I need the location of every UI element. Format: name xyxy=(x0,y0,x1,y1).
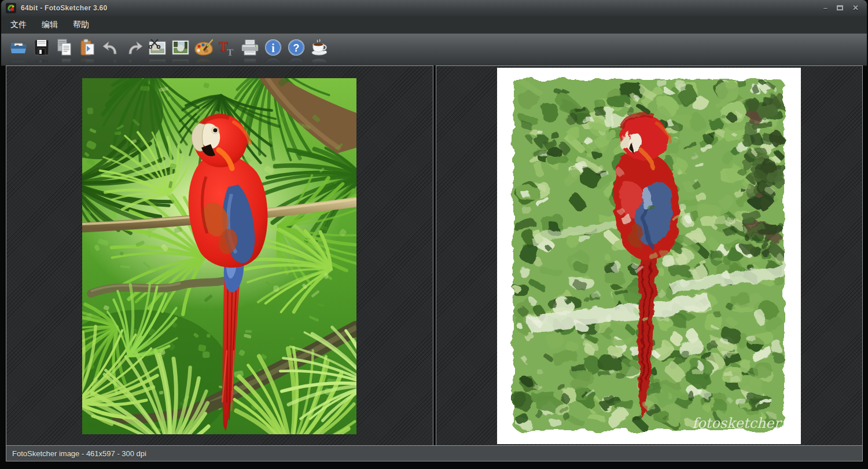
info-icon: i xyxy=(264,38,282,57)
status-bar: FotoSketcher image - 461x597 - 300 dpi xyxy=(6,445,863,461)
coffee-cup-icon xyxy=(310,38,329,57)
fotosketcher-signature: fotosketcher xyxy=(693,415,783,431)
undo-button[interactable] xyxy=(101,37,122,63)
original-photo-image xyxy=(82,78,356,434)
printer-icon xyxy=(240,38,260,57)
painted-image-canvas: fotosketcher xyxy=(497,68,801,444)
save-button[interactable] xyxy=(31,37,52,63)
text-tool-icon: T T xyxy=(218,38,236,58)
crop-scissors-icon xyxy=(148,38,167,57)
menu-bar: 文件 编辑 帮助 xyxy=(1,16,867,34)
app-window: 64bit - FotoSketcher 3.60 – ✕ 文件 编辑 帮助 xyxy=(0,0,868,469)
print-button[interactable] xyxy=(240,37,260,63)
close-button[interactable]: ✕ xyxy=(852,4,859,12)
toolbar: T T xyxy=(1,34,867,66)
minimize-button[interactable]: – xyxy=(823,4,827,12)
svg-text:?: ? xyxy=(293,42,300,54)
painted-image: fotosketcher xyxy=(497,68,801,444)
open-folder-icon xyxy=(9,38,28,57)
palette-icon xyxy=(193,38,214,57)
donate-coffee-button[interactable] xyxy=(309,37,330,63)
drawing-parameters-button[interactable] xyxy=(193,37,214,63)
menu-item-file[interactable]: 文件 xyxy=(5,17,32,32)
redo-button[interactable] xyxy=(124,37,145,63)
svg-text:i: i xyxy=(271,42,275,54)
help-icon: ? xyxy=(287,38,306,57)
maximize-icon xyxy=(837,5,843,10)
floppy-disk-icon xyxy=(32,38,51,57)
maximize-button[interactable] xyxy=(837,4,843,12)
photo-icon xyxy=(171,38,190,57)
menu-item-edit[interactable]: 编辑 xyxy=(36,17,64,32)
title-bar: 64bit - FotoSketcher 3.60 – ✕ xyxy=(1,0,867,16)
copy-pages-icon xyxy=(56,38,74,57)
menu-item-help[interactable]: 帮助 xyxy=(67,17,95,32)
copy-button[interactable] xyxy=(54,37,75,63)
info-button[interactable]: i xyxy=(263,37,284,63)
status-text: FotoSketcher image - 461x597 - 300 dpi xyxy=(12,449,146,458)
window-title: 64bit - FotoSketcher 3.60 xyxy=(21,4,108,12)
open-image-button[interactable] xyxy=(8,37,29,63)
original-image-panel[interactable] xyxy=(6,65,433,446)
redo-arrow-icon xyxy=(125,38,144,57)
add-text-button[interactable]: T T xyxy=(216,37,237,63)
help-button[interactable]: ? xyxy=(286,37,307,63)
result-image-panel[interactable]: fotosketcher xyxy=(436,65,863,446)
resize-image-button[interactable] xyxy=(170,37,191,63)
paste-button[interactable] xyxy=(78,37,98,63)
svg-text:T: T xyxy=(227,47,234,58)
original-photo xyxy=(82,78,356,434)
clipboard-paste-icon xyxy=(79,38,97,57)
undo-arrow-icon xyxy=(102,38,120,57)
crop-image-button[interactable] xyxy=(147,37,168,63)
app-logo-icon xyxy=(6,3,16,13)
workspace: fotosketcher xyxy=(6,65,863,446)
